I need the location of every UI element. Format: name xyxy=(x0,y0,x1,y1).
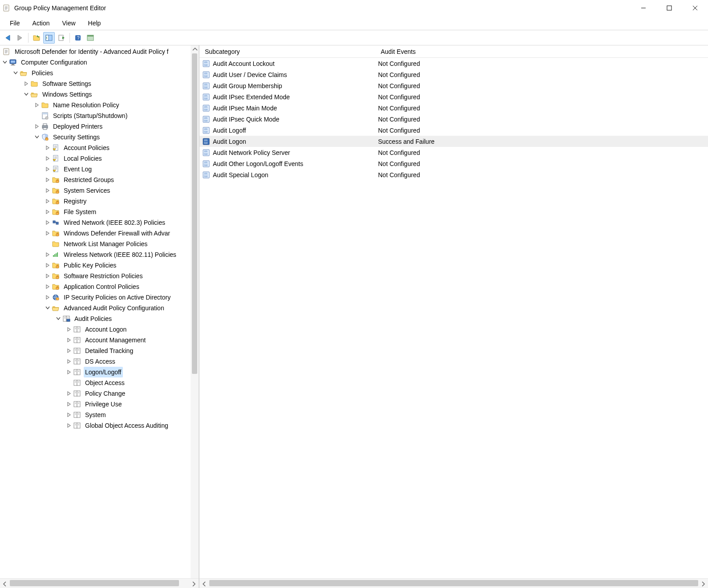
list-row[interactable]: Audit Logoff Not Configured xyxy=(199,125,708,136)
tree-item-registry[interactable]: Registry xyxy=(1,196,199,207)
expand-toggle[interactable] xyxy=(66,390,72,397)
tree-item-deployed-printers[interactable]: Deployed Printers xyxy=(1,121,199,132)
tree-item-system-services[interactable]: System Services xyxy=(1,185,199,196)
list-row[interactable]: Audit IPsec Quick Mode Not Configured xyxy=(199,114,708,125)
expand-toggle[interactable] xyxy=(66,358,72,365)
tree-item-name-resolution-policy[interactable]: Name Resolution Policy xyxy=(1,100,199,110)
scroll-right-icon[interactable] xyxy=(698,579,708,588)
expand-toggle[interactable] xyxy=(34,123,40,130)
tree-item-audit-privilege-use[interactable]: Privilege Use xyxy=(1,399,199,410)
expand-toggle[interactable] xyxy=(66,412,72,418)
expand-toggle[interactable] xyxy=(34,102,40,108)
tree-item-policies[interactable]: Policies xyxy=(1,68,199,78)
expand-toggle[interactable] xyxy=(45,305,51,311)
tree-item-audit-policies[interactable]: Audit Policies xyxy=(1,313,199,324)
list-row[interactable]: Audit Special Logon Not Configured xyxy=(199,169,708,180)
tree-item-audit-account-logon[interactable]: Account Logon xyxy=(1,324,199,335)
tree-item-local-policies[interactable]: Local Policies xyxy=(1,153,199,164)
close-button[interactable] xyxy=(682,0,708,16)
expand-toggle[interactable] xyxy=(66,326,72,333)
expand-toggle[interactable] xyxy=(45,230,51,236)
column-subcategory[interactable]: Subcategory xyxy=(202,48,378,55)
list-header[interactable]: Subcategory Audit Events xyxy=(199,45,708,58)
tree-item-audit-logon-logoff[interactable]: Logon/Logoff xyxy=(1,367,199,377)
expand-toggle[interactable] xyxy=(45,273,51,279)
expand-toggle[interactable] xyxy=(45,187,51,194)
expand-toggle[interactable] xyxy=(45,145,51,151)
options-button[interactable] xyxy=(85,32,96,44)
menu-file[interactable]: File xyxy=(4,16,26,30)
tree-item-scripts[interactable]: Scripts (Startup/Shutdown) xyxy=(1,110,199,121)
list-row[interactable]: Audit IPsec Main Mode Not Configured xyxy=(199,102,708,114)
list-horizontal-scrollbar[interactable] xyxy=(199,578,708,588)
expand-toggle[interactable] xyxy=(2,59,8,65)
expand-toggle[interactable] xyxy=(45,177,51,183)
tree-item-public-key-policies[interactable]: Public Key Policies xyxy=(1,260,199,271)
export-list-button[interactable] xyxy=(56,32,67,44)
tree-vertical-scrollbar[interactable] xyxy=(191,45,199,578)
tree-item-audit-detailed-tracking[interactable]: Detailed Tracking xyxy=(1,345,199,356)
folder-up-button[interactable] xyxy=(31,32,42,44)
tree-item-windows-defender-firewall[interactable]: Windows Defender Firewall with Advar xyxy=(1,228,199,239)
expand-toggle[interactable] xyxy=(55,316,61,322)
menu-help[interactable]: Help xyxy=(82,16,107,30)
policy-tree[interactable]: Microsoft Defender for Identity - Advanc… xyxy=(0,45,199,431)
list-row[interactable]: Audit User / Device Claims Not Configure… xyxy=(199,69,708,80)
tree-item-audit-system[interactable]: System xyxy=(1,410,199,420)
scroll-up-icon[interactable] xyxy=(191,45,199,53)
list-row[interactable]: Audit Network Policy Server Not Configur… xyxy=(199,147,708,158)
menu-action[interactable]: Action xyxy=(26,16,56,30)
list-row[interactable]: Audit IPsec Extended Mode Not Configured xyxy=(199,91,708,102)
expand-toggle[interactable] xyxy=(66,401,72,407)
tree-item-network-list-manager[interactable]: Network List Manager Policies xyxy=(1,239,199,249)
forward-button[interactable] xyxy=(14,32,26,44)
menu-view[interactable]: View xyxy=(56,16,81,30)
expand-toggle[interactable] xyxy=(45,155,51,162)
tree-item-advanced-audit[interactable]: Advanced Audit Policy Configuration xyxy=(1,303,199,313)
list-row[interactable]: Audit Account Lockout Not Configured xyxy=(199,58,708,69)
tree-item-account-policies[interactable]: Account Policies xyxy=(1,142,199,153)
tree-item-audit-global-object-access-auditing[interactable]: Global Object Access Auditing xyxy=(1,420,199,431)
show-hide-tree-button[interactable] xyxy=(43,32,55,44)
expand-toggle[interactable] xyxy=(45,166,51,172)
expand-toggle[interactable] xyxy=(66,369,72,375)
tree-item-restricted-groups[interactable]: Restricted Groups xyxy=(1,174,199,185)
expand-toggle[interactable] xyxy=(45,262,51,268)
expand-toggle[interactable] xyxy=(45,251,51,258)
expand-toggle[interactable] xyxy=(45,209,51,215)
scroll-left-icon[interactable] xyxy=(0,579,10,588)
expand-toggle[interactable] xyxy=(66,348,72,354)
help-button[interactable] xyxy=(72,32,84,44)
tree-item-audit-ds-access[interactable]: DS Access xyxy=(1,356,199,367)
tree-item-audit-policy-change[interactable]: Policy Change xyxy=(1,388,199,399)
expand-toggle[interactable] xyxy=(45,198,51,204)
tree-item-computer-configuration[interactable]: Computer Configuration xyxy=(1,57,199,68)
tree-item-file-system[interactable]: File System xyxy=(1,207,199,217)
tree-item-ip-security[interactable]: IP Security Policies on Active Directory xyxy=(1,292,199,303)
expand-toggle[interactable] xyxy=(34,134,40,140)
expand-toggle[interactable] xyxy=(66,422,72,429)
expand-toggle[interactable] xyxy=(23,81,29,87)
maximize-button[interactable] xyxy=(656,0,682,16)
tree-item-audit-object-access[interactable]: Object Access xyxy=(1,377,199,388)
list-row[interactable]: Audit Group Membership Not Configured xyxy=(199,80,708,91)
expand-toggle[interactable] xyxy=(45,219,51,226)
expand-toggle[interactable] xyxy=(66,337,72,343)
subcategory-list[interactable]: Audit Account Lockout Not Configured Aud… xyxy=(199,58,708,180)
tree-item-audit-account-management[interactable]: Account Management xyxy=(1,335,199,345)
list-row[interactable]: Audit Other Logon/Logoff Events Not Conf… xyxy=(199,158,708,169)
expand-toggle[interactable] xyxy=(12,70,19,76)
minimize-button[interactable] xyxy=(631,0,656,16)
tree-item-software-settings[interactable]: Software Settings xyxy=(1,78,199,89)
tree-item-root[interactable]: Microsoft Defender for Identity - Advanc… xyxy=(1,46,199,57)
expand-toggle[interactable] xyxy=(45,294,51,300)
expand-toggle[interactable] xyxy=(23,91,29,97)
back-button[interactable] xyxy=(2,32,13,44)
list-row[interactable]: Audit Logon Success and Failure xyxy=(199,136,708,147)
column-audit-events[interactable]: Audit Events xyxy=(378,48,708,55)
tree-item-wired-network[interactable]: Wired Network (IEEE 802.3) Policies xyxy=(1,217,199,228)
tree-item-wireless-network[interactable]: Wireless Network (IEEE 802.11) Policies xyxy=(1,249,199,260)
scroll-left-icon[interactable] xyxy=(199,579,209,588)
tree-item-windows-settings[interactable]: Windows Settings xyxy=(1,89,199,100)
tree-item-application-control[interactable]: Application Control Policies xyxy=(1,281,199,292)
